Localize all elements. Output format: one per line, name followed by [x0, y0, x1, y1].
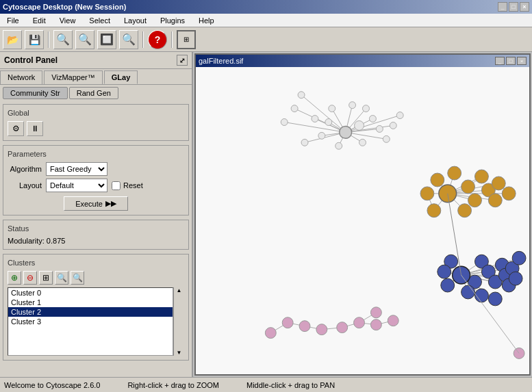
svg-point-30: [383, 135, 390, 142]
title-bar: Cytoscape Desktop (New Session) _ □ ×: [0, 0, 532, 14]
maximize-button[interactable]: □: [509, 2, 518, 12]
network-overview-button[interactable]: ⊞: [177, 30, 196, 49]
window-title: Cytoscape Desktop (New Session): [3, 3, 126, 11]
panel-resize-button[interactable]: ⤢: [177, 55, 188, 66]
zoom-out-button[interactable]: 🔍: [53, 30, 73, 49]
toolbar-separator-3: [171, 31, 173, 48]
svg-point-57: [461, 180, 475, 194]
subtab-randgen[interactable]: Rand Gen: [69, 87, 118, 99]
zoom-fit-button[interactable]: 🔲: [97, 30, 116, 49]
parameters-section: Parameters Algorithm Fast Greedy Edge Be…: [3, 145, 189, 215]
cluster-item-3[interactable]: Cluster 3: [8, 317, 173, 326]
global-title: Global: [8, 109, 184, 117]
toolbar-separator-1: [48, 31, 49, 48]
reset-label: Reset: [123, 181, 143, 190]
svg-point-29: [312, 116, 318, 122]
tabs-row: Network VizMapper™ GLay: [0, 69, 192, 85]
zoom-reset-button[interactable]: 🔍: [119, 30, 138, 49]
cluster-zoom-out-button[interactable]: 🔍: [71, 271, 84, 285]
menu-help[interactable]: Help: [194, 15, 218, 26]
cluster-remove-button[interactable]: ⊖: [23, 271, 37, 285]
execute-icon: ▶▶: [105, 199, 116, 208]
svg-point-117: [354, 317, 365, 328]
svg-point-92: [474, 289, 488, 302]
modularity-value: 0.875: [47, 237, 66, 245]
algorithm-label: Algorithm: [8, 165, 42, 173]
graph-minimize-button[interactable]: _: [495, 57, 505, 65]
menu-bar: File Edit View Select Layout Plugins Hel…: [0, 14, 532, 27]
reset-checkbox[interactable]: [112, 181, 121, 190]
svg-point-33: [298, 92, 305, 99]
menu-edit[interactable]: Edit: [29, 15, 50, 26]
svg-point-28: [318, 132, 325, 139]
minimize-button[interactable]: _: [498, 2, 507, 12]
layout-select[interactable]: Default Force-Directed Circular Grid: [46, 179, 107, 192]
execute-row: Execute ▶▶: [8, 196, 184, 211]
graph-maximize-button[interactable]: □: [506, 57, 516, 65]
svg-point-56: [448, 166, 461, 180]
cluster-item-2[interactable]: Cluster 2: [8, 307, 173, 317]
cluster-item-0[interactable]: Cluster 0: [8, 288, 173, 298]
menu-file[interactable]: File: [3, 15, 23, 26]
subtab-community[interactable]: Community Str: [3, 87, 68, 99]
svg-point-119: [388, 315, 398, 326]
svg-point-26: [335, 142, 342, 149]
window-controls: _ □ ×: [498, 2, 529, 12]
layout-label: Layout: [8, 181, 42, 190]
svg-point-121: [514, 348, 524, 358]
graph-close-button[interactable]: ×: [517, 57, 527, 65]
close-button[interactable]: ×: [520, 2, 529, 12]
global-buttons: ⚙ ⏸: [8, 121, 184, 136]
scrollbar-up[interactable]: ▲: [174, 287, 184, 293]
svg-point-64: [492, 177, 505, 190]
subtabs-row: Community Str Rand Gen: [0, 85, 192, 101]
svg-point-101: [512, 251, 526, 265]
svg-point-61: [474, 170, 488, 183]
cluster-add-button[interactable]: ⊕: [8, 271, 21, 285]
svg-point-65: [502, 187, 516, 200]
tab-network[interactable]: Network: [0, 70, 42, 84]
network-graph[interactable]: [196, 67, 529, 374]
cluster-item-1[interactable]: Cluster 1: [8, 298, 173, 307]
graph-title: galFiltered.sif: [199, 57, 243, 65]
menu-select[interactable]: Select: [85, 15, 114, 26]
svg-point-88: [438, 265, 451, 278]
svg-point-63: [488, 194, 502, 207]
execute-button[interactable]: Execute ▶▶: [64, 196, 128, 211]
global-btn-2[interactable]: ⏸: [27, 121, 43, 136]
graph-titlebar: galFiltered.sif _ □ ×: [196, 55, 529, 67]
graph-content: [196, 67, 529, 374]
open-button[interactable]: 📂: [3, 30, 22, 49]
cluster-list[interactable]: Cluster 0 Cluster 1 Cluster 2 Cluster 3: [8, 287, 173, 356]
svg-point-22: [369, 116, 376, 122]
scrollbar-down[interactable]: ▼: [174, 350, 184, 356]
menu-plugins[interactable]: Plugins: [156, 15, 189, 26]
cluster-scrollbar[interactable]: ▲ ▼: [173, 287, 184, 356]
svg-point-25: [376, 125, 383, 132]
save-button[interactable]: 💾: [25, 30, 44, 49]
menu-layout[interactable]: Layout: [120, 15, 151, 26]
algorithm-select[interactable]: Fast Greedy Edge Betweenness Label Propa…: [46, 162, 107, 176]
svg-point-23: [325, 119, 332, 126]
status-middle: Right-click + drag to ZOOM: [127, 381, 219, 389]
layout-row: Layout Default Force-Directed Circular G…: [8, 179, 184, 192]
cluster-select-button[interactable]: ⊞: [39, 271, 53, 285]
cluster-zoom-in-button[interactable]: 🔍: [55, 271, 68, 285]
svg-point-24: [355, 121, 364, 131]
tab-glay[interactable]: GLay: [104, 70, 138, 84]
cluster-toolbar: ⊕ ⊖ ⊞ 🔍 🔍: [8, 271, 184, 285]
clusters-section: Clusters ⊕ ⊖ ⊞ 🔍 🔍 Cluster 0 Cluster 1 C…: [3, 254, 189, 361]
svg-point-114: [299, 321, 310, 332]
left-panel: Control Panel ⤢ Network VizMapper™ GLay …: [0, 52, 193, 377]
menu-view[interactable]: View: [55, 15, 80, 26]
main-layout: Control Panel ⤢ Network VizMapper™ GLay …: [0, 52, 532, 377]
svg-point-27: [359, 139, 366, 146]
zoom-in-button[interactable]: 🔍: [75, 30, 94, 49]
help-button[interactable]: ?: [148, 30, 167, 49]
global-btn-1[interactable]: ⚙: [8, 121, 24, 136]
svg-point-36: [301, 139, 308, 146]
modularity-label: Modularity:: [8, 237, 45, 245]
tab-vizmapper[interactable]: VizMapper™: [44, 70, 102, 84]
svg-point-100: [509, 272, 522, 285]
svg-point-21: [363, 105, 370, 112]
